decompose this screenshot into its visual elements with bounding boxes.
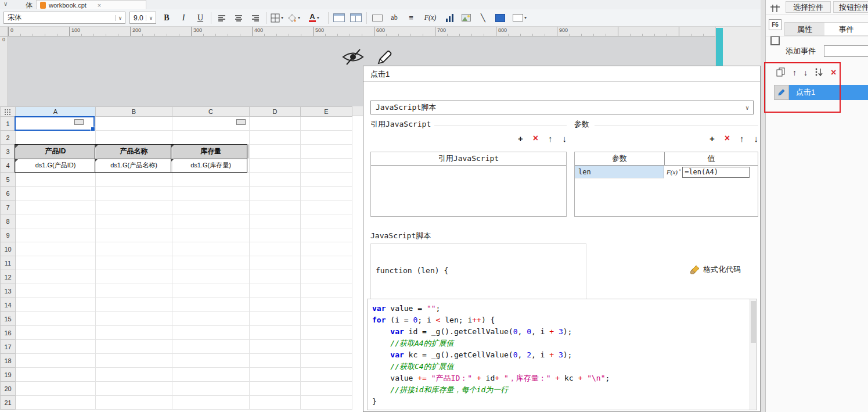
- move-down-button[interactable]: ↓: [563, 134, 567, 144]
- move-event-up-button[interactable]: ↑: [793, 68, 797, 77]
- caret-down-icon[interactable]: ▾: [524, 15, 527, 20]
- cell-C18[interactable]: [172, 354, 250, 368]
- cell-C5[interactable]: [172, 173, 250, 187]
- param-value-input[interactable]: =len(A4): [682, 167, 750, 178]
- cell-A18[interactable]: [16, 354, 96, 368]
- cell-E21[interactable]: [301, 396, 352, 410]
- row-header-5[interactable]: 5: [1, 173, 16, 187]
- widget-in-c1[interactable]: [236, 119, 246, 125]
- caret-down-icon[interactable]: ▾: [281, 15, 283, 20]
- font-family-select[interactable]: 宋体 ∨: [3, 12, 125, 24]
- tab-properties[interactable]: 属性: [784, 22, 825, 36]
- param-name-cell[interactable]: len: [575, 166, 664, 178]
- line-button[interactable]: ╲: [477, 12, 489, 24]
- add-event-select[interactable]: [824, 45, 868, 57]
- delete-event-button[interactable]: ×: [831, 67, 836, 78]
- reference-table[interactable]: 引用JavaScript: [370, 152, 567, 217]
- cell-C2[interactable]: [172, 131, 250, 145]
- cell-E12[interactable]: [301, 270, 352, 284]
- reorder-events-button[interactable]: [815, 67, 823, 78]
- cell-B18[interactable]: [96, 354, 172, 368]
- cell-C21[interactable]: [172, 396, 250, 410]
- cell-C7[interactable]: [172, 200, 250, 214]
- cell-C14[interactable]: [172, 298, 250, 312]
- cell-C9[interactable]: [172, 228, 250, 242]
- cell-D16[interactable]: [250, 326, 301, 340]
- move-down-button[interactable]: ↓: [754, 134, 759, 144]
- row-header-12[interactable]: 12: [1, 270, 16, 284]
- cell-A2[interactable]: [16, 131, 96, 145]
- move-up-button[interactable]: ↑: [740, 134, 744, 144]
- cell-D5[interactable]: [250, 173, 301, 187]
- cell-A5[interactable]: [16, 173, 96, 187]
- caret-down-icon[interactable]: ▾: [317, 15, 319, 20]
- cell-E13[interactable]: [301, 284, 352, 298]
- fx-icon[interactable]: F(x): [667, 166, 678, 178]
- cell-D20[interactable]: [250, 382, 301, 396]
- row-header-17[interactable]: 17: [1, 340, 16, 354]
- cell-B19[interactable]: [96, 368, 172, 382]
- cell-A15[interactable]: [16, 312, 96, 326]
- event-type-select[interactable]: JavaScript脚本 ∨: [370, 101, 754, 114]
- formula-button[interactable]: F(x): [422, 12, 439, 24]
- fill-color-button[interactable]: ▾: [287, 12, 300, 24]
- chevron-down-icon[interactable]: ∨: [115, 15, 125, 21]
- cell-A10[interactable]: [16, 242, 96, 256]
- cell-B14[interactable]: [96, 298, 172, 312]
- row-header-1[interactable]: 1: [1, 117, 16, 131]
- row-header-6[interactable]: 6: [1, 187, 16, 200]
- cell-B12[interactable]: [96, 270, 172, 284]
- cell-B20[interactable]: [96, 382, 172, 396]
- cell-A4[interactable]: ds1.G(产品ID): [16, 159, 96, 173]
- cell-B13[interactable]: [96, 284, 172, 298]
- widget-in-a1[interactable]: [74, 119, 84, 125]
- cell-C8[interactable]: [172, 214, 250, 228]
- cell-C19[interactable]: [172, 368, 250, 382]
- row-header-15[interactable]: 15: [1, 312, 16, 326]
- column-header-E[interactable]: E: [301, 107, 352, 117]
- f6-widget-icon[interactable]: F6: [768, 17, 782, 31]
- row-header-19[interactable]: 19: [1, 368, 16, 382]
- cell-B3[interactable]: 产品名称: [96, 145, 172, 159]
- cell-D1[interactable]: [250, 117, 301, 131]
- cell-D9[interactable]: [250, 228, 301, 242]
- tab-select-widget[interactable]: 选择控件: [786, 1, 831, 13]
- cell-C12[interactable]: [172, 270, 250, 284]
- float-element-button[interactable]: ▾: [510, 12, 529, 24]
- cell-A3[interactable]: 产品ID: [16, 145, 96, 159]
- column-header-C[interactable]: C: [172, 107, 250, 117]
- cell-E20[interactable]: [301, 382, 352, 396]
- cell-E1[interactable]: [301, 117, 352, 131]
- cell-E15[interactable]: [301, 312, 352, 326]
- code-editor[interactable]: var value = "";for (i = 0; i < len; i++)…: [367, 299, 757, 410]
- cell-D6[interactable]: [250, 187, 301, 200]
- cell-D13[interactable]: [250, 284, 301, 298]
- cell-D19[interactable]: [250, 368, 301, 382]
- column-header-A[interactable]: A: [16, 107, 96, 117]
- cell-B15[interactable]: [96, 312, 172, 326]
- cell-C3[interactable]: 库存量: [172, 145, 250, 159]
- row-header-3[interactable]: 3: [1, 145, 16, 159]
- cell-B1[interactable]: [96, 117, 172, 131]
- align-right-button[interactable]: [249, 12, 262, 24]
- font-size-select[interactable]: 9.0 ∨: [129, 12, 156, 24]
- editor-scrollbar[interactable]: [750, 299, 757, 410]
- move-event-down-button[interactable]: ↓: [804, 68, 808, 77]
- event-list-item[interactable]: 点击1: [774, 85, 868, 100]
- cell-B16[interactable]: [96, 326, 172, 340]
- cell-B21[interactable]: [96, 396, 172, 410]
- underline-button[interactable]: U: [194, 12, 207, 24]
- cell-A14[interactable]: [16, 298, 96, 312]
- cell-E9[interactable]: [301, 228, 352, 242]
- row-header-11[interactable]: 11: [1, 256, 16, 270]
- add-button[interactable]: +: [518, 134, 523, 144]
- row-header-8[interactable]: 8: [1, 214, 16, 228]
- edit-event-button[interactable]: [774, 85, 789, 100]
- align-center-button[interactable]: [232, 12, 245, 24]
- cell-A11[interactable]: [16, 256, 96, 270]
- cell-A20[interactable]: [16, 382, 96, 396]
- cell-E4[interactable]: [301, 159, 352, 173]
- cell-B17[interactable]: [96, 340, 172, 354]
- cell-E10[interactable]: [301, 242, 352, 256]
- cell-D10[interactable]: [250, 242, 301, 256]
